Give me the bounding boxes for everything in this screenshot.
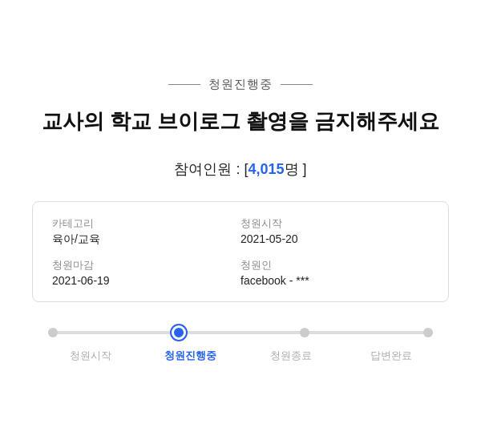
progress-dots bbox=[48, 325, 433, 340]
progress-wrapper bbox=[48, 331, 433, 334]
start-label: 청원시작 bbox=[240, 216, 429, 231]
category-label: 카테고리 bbox=[52, 216, 240, 231]
category-value: 육아/교육 bbox=[52, 232, 240, 247]
dot-step-3 bbox=[300, 328, 309, 337]
petitioner-item: 청원인 facebook - *** bbox=[240, 258, 429, 287]
status-text: 청원진행중 bbox=[208, 77, 273, 92]
participants-label: 참여인원 : [ bbox=[174, 161, 248, 177]
status-line-right bbox=[281, 84, 313, 85]
info-grid: 카테고리 육아/교육 청원시작 2021-05-20 청원마감 2021-06-… bbox=[52, 216, 429, 287]
step-label-3: 청원종료 bbox=[240, 349, 341, 363]
petition-title: 교사의 학교 브이로그 촬영을 금지해주세요 bbox=[32, 107, 449, 137]
status-banner: 청원진행중 bbox=[32, 77, 449, 92]
status-line-left bbox=[168, 84, 200, 85]
end-value: 2021-06-19 bbox=[52, 274, 240, 287]
start-item: 청원시작 2021-05-20 bbox=[240, 216, 429, 247]
end-label: 청원마감 bbox=[52, 258, 240, 272]
participants-count: 4,015 bbox=[248, 161, 284, 177]
petitioner-value: facebook - *** bbox=[240, 274, 429, 287]
end-item: 청원마감 2021-06-19 bbox=[52, 258, 240, 287]
dot-step-1 bbox=[48, 328, 58, 337]
dot-step-4 bbox=[423, 328, 433, 337]
main-container: 청원진행중 교사의 학교 브이로그 촬영을 금지해주세요 참여인원 : [4,0… bbox=[16, 53, 465, 395]
participants-section: 참여인원 : [4,015명 ] bbox=[32, 159, 449, 179]
step-label-2: 청원진행중 bbox=[140, 349, 240, 363]
start-value: 2021-05-20 bbox=[240, 232, 429, 245]
progress-labels: 청원시작 청원진행중 청원종료 답변완료 bbox=[40, 349, 441, 363]
step-label-1: 청원시작 bbox=[40, 349, 140, 363]
participants-unit: 명 ] bbox=[285, 161, 307, 177]
category-item: 카테고리 육아/교육 bbox=[52, 216, 240, 247]
progress-section: 청원시작 청원진행중 청원종료 답변완료 bbox=[32, 331, 449, 363]
petitioner-label: 청원인 bbox=[240, 258, 429, 272]
info-box: 카테고리 육아/교육 청원시작 2021-05-20 청원마감 2021-06-… bbox=[32, 201, 449, 302]
dot-step-2-active bbox=[172, 325, 186, 340]
step-label-4: 답변완료 bbox=[341, 349, 441, 363]
